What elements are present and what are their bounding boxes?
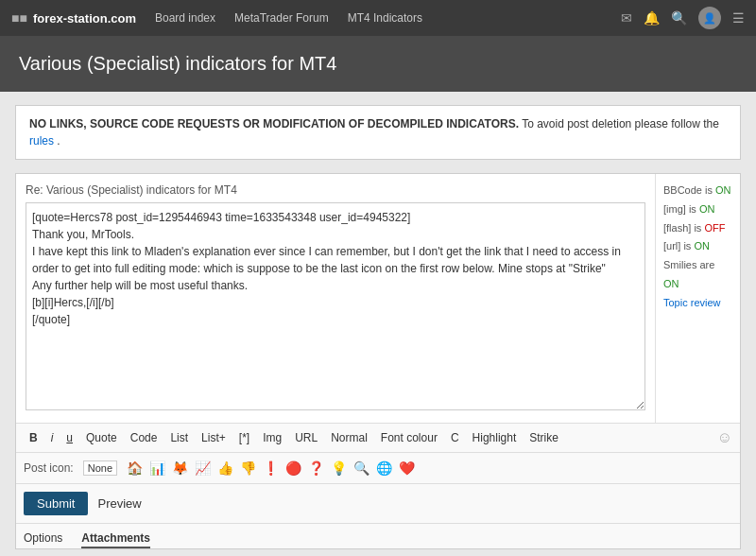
posticon-thumbsdown[interactable]: 👎 xyxy=(238,459,257,478)
brand-icon: ■■ xyxy=(11,10,27,26)
submit-row: Submit Preview xyxy=(16,483,740,523)
toolbar: B i u Quote Code List List+ [*] Img URL … xyxy=(16,423,740,452)
page-title: Various (Specialist) indicators for MT4 xyxy=(19,53,737,75)
nav-board-index[interactable]: Board index xyxy=(155,11,215,25)
bold-button[interactable]: B xyxy=(24,429,43,446)
strike-button[interactable]: Strike xyxy=(524,429,564,446)
url-status: [url] is ON xyxy=(663,237,732,256)
posticon-exclaim[interactable]: ❗ xyxy=(261,459,280,478)
tab-options[interactable]: Options xyxy=(24,531,62,548)
topic-review-link[interactable]: Topic review xyxy=(663,294,732,313)
bottom-options: Options Attachments xyxy=(16,523,740,548)
warning-box: NO LINKS, SOURCE CODE REQUESTS OR MODIFI… xyxy=(15,105,741,160)
list-item-button[interactable]: [*] xyxy=(233,429,255,446)
italic-button[interactable]: i xyxy=(45,429,60,446)
re-title: Re: Various (Specialist) indicators for … xyxy=(26,183,645,197)
list-plus-button[interactable]: List+ xyxy=(196,429,232,446)
posticon-red-circle[interactable]: 🔴 xyxy=(284,459,302,478)
nav-actions: ✉ 🔔 🔍 👤 ☰ xyxy=(621,7,745,29)
posticon-search[interactable]: 🔍 xyxy=(352,459,370,478)
search-icon[interactable]: 🔍 xyxy=(671,10,687,26)
reply-textarea[interactable]: [quote=Hercs78 post_id=1295446943 time=1… xyxy=(26,202,645,410)
normal-button[interactable]: Normal xyxy=(325,429,373,446)
main-content: NO LINKS, SOURCE CODE REQUESTS OR MODIFI… xyxy=(0,92,756,556)
posticon-fox[interactable]: 🦊 xyxy=(170,459,189,478)
nav-mt4[interactable]: MT4 Indicators xyxy=(348,11,422,25)
warning-end: . xyxy=(57,134,60,148)
posticon-globe[interactable]: 🌐 xyxy=(374,459,393,478)
preview-button[interactable]: Preview xyxy=(97,496,141,511)
brand-name: forex-station.com xyxy=(33,11,136,26)
font-colour-button[interactable]: Font colour xyxy=(375,429,443,446)
smiley-icon[interactable]: ☺ xyxy=(717,429,732,446)
warning-link[interactable]: rules xyxy=(29,134,54,148)
warning-bold: NO LINKS, SOURCE CODE REQUESTS OR MODIFI… xyxy=(29,117,519,130)
posticon-none[interactable]: None xyxy=(83,460,117,476)
quote-button[interactable]: Quote xyxy=(80,429,123,446)
bell-icon[interactable]: 🔔 xyxy=(644,10,660,26)
envelope-icon[interactable]: ✉ xyxy=(621,10,632,26)
nav-links: Board index MetaTrader Forum MT4 Indicat… xyxy=(155,11,621,25)
url-button[interactable]: URL xyxy=(289,429,323,446)
posticon-bulb[interactable]: 💡 xyxy=(329,459,348,478)
posticon-heart[interactable]: ❤️ xyxy=(397,459,416,478)
posticon-house[interactable]: 🏠 xyxy=(125,459,144,478)
underline-button[interactable]: u xyxy=(60,429,78,446)
posticon-label: Post icon: xyxy=(24,461,74,475)
posticon-chart[interactable]: 📊 xyxy=(147,459,166,478)
submit-button[interactable]: Submit xyxy=(24,492,88,515)
posticon-thumbsup[interactable]: 👍 xyxy=(215,459,234,478)
bbcode-status: BBCode is ON xyxy=(663,182,732,200)
editor-wrapper: Re: Various (Specialist) indicators for … xyxy=(15,173,741,549)
posticon-question[interactable]: ❓ xyxy=(306,459,325,478)
avatar[interactable]: 👤 xyxy=(698,7,721,29)
tab-attachments[interactable]: Attachments xyxy=(81,531,150,548)
menu-icon[interactable]: ☰ xyxy=(732,10,745,26)
nav-metatrader[interactable]: MetaTrader Forum xyxy=(234,11,329,25)
flash-status: [flash] is OFF xyxy=(663,219,732,238)
brand[interactable]: ■■ forex-station.com xyxy=(11,10,136,26)
code-button[interactable]: Code xyxy=(125,429,163,446)
img-button[interactable]: Img xyxy=(257,429,287,446)
warning-normal: To avoid post deletion please follow the xyxy=(522,117,719,130)
navbar: ■■ forex-station.com Board index MetaTra… xyxy=(0,0,756,36)
smilies-status: Smilies are ON xyxy=(663,256,732,294)
highlight-button[interactable]: Highlight xyxy=(467,429,523,446)
page-header: Various (Specialist) indicators for MT4 xyxy=(0,36,756,92)
c-button[interactable]: C xyxy=(445,429,465,446)
editor-container: Re: Various (Specialist) indicators for … xyxy=(16,174,740,423)
posticon-row: Post icon: None 🏠 📊 🦊 📈 👍 👎 ❗ 🔴 ❓ 💡 🔍 🌐 … xyxy=(16,452,740,483)
img-status: [img] is ON xyxy=(663,200,732,219)
editor-sidebar: BBCode is ON [img] is ON [flash] is OFF … xyxy=(655,174,740,423)
editor-main: Re: Various (Specialist) indicators for … xyxy=(16,174,655,423)
list-button[interactable]: List xyxy=(164,429,194,446)
posticon-trending[interactable]: 📈 xyxy=(193,459,212,478)
